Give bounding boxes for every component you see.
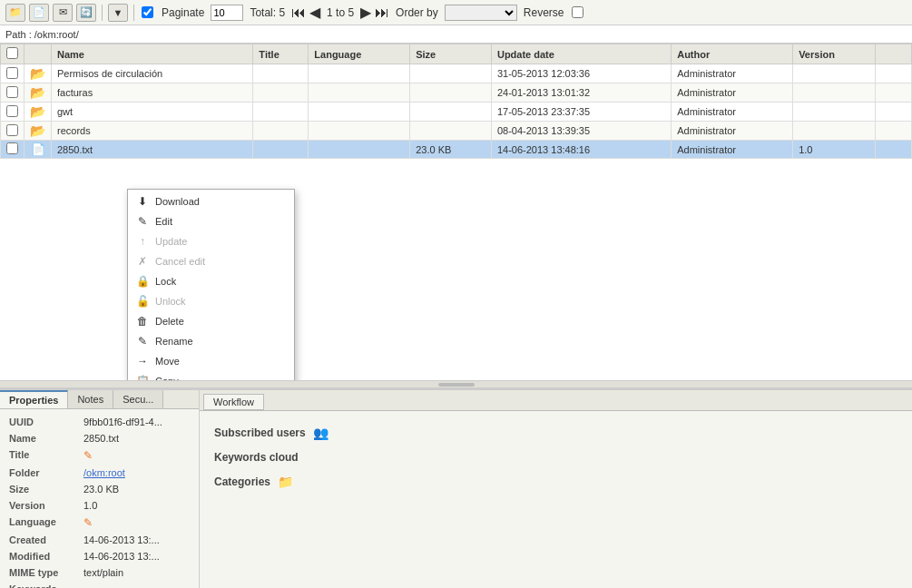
- keywords-cloud-row: Keywords cloud: [214, 446, 897, 469]
- table-row[interactable]: 📂 gwt 17-05-2013 23:37:35 Administrator: [1, 103, 912, 122]
- folder-icon: 📂: [30, 123, 45, 138]
- next-last-button[interactable]: ⏭: [375, 5, 389, 21]
- row-version: [793, 83, 876, 103]
- author-header[interactable]: Author: [672, 44, 793, 64]
- row-checkbox[interactable]: [6, 105, 18, 117]
- ctx-label-edit: Edit: [155, 216, 172, 227]
- paginate-input[interactable]: [211, 5, 243, 21]
- row-checkbox[interactable]: [6, 124, 18, 136]
- row-checkbox-cell[interactable]: [1, 122, 25, 141]
- folder-value: /okm:root: [82, 466, 191, 480]
- ctx-item-copy[interactable]: 📋 Copy: [128, 371, 294, 381]
- folder-link[interactable]: /okm:root: [83, 467, 125, 478]
- table-row[interactable]: 📂 facturas 24-01-2013 13:01:32 Administr…: [1, 83, 912, 103]
- title-edit-icon[interactable]: ✎: [83, 449, 93, 462]
- subscribed-users-icon[interactable]: 👥: [313, 426, 329, 440]
- row-checkbox-cell[interactable]: [1, 83, 25, 103]
- ctx-icon-unlock: 🔓: [135, 294, 150, 309]
- main-area: Name Title Language Size Update date Aut…: [0, 44, 912, 588]
- version-header[interactable]: Version: [793, 44, 876, 64]
- properties-tab-bar: Properties Notes Secu...: [0, 390, 199, 409]
- folder-icon: 📂: [30, 85, 45, 100]
- update-date-header[interactable]: Update date: [491, 44, 671, 64]
- language-edit-icon[interactable]: ✎: [83, 516, 93, 529]
- select-all-checkbox[interactable]: [6, 47, 18, 59]
- row-checkbox[interactable]: [6, 86, 18, 98]
- ctx-item-rename[interactable]: ✎ Rename: [128, 331, 294, 351]
- table-row[interactable]: 📄 2850.txt 23.0 KB 14-06-2013 13:48:16 A…: [1, 141, 912, 159]
- toolbar: 📁 📄 ✉ 🔄 ▼ Paginate Total: 5 ⏮ ◀ 1 to 5 ▶…: [0, 0, 912, 25]
- row-name[interactable]: facturas: [52, 83, 253, 103]
- created-label: Created: [7, 533, 80, 547]
- row-checkbox[interactable]: [6, 142, 18, 154]
- toolbar-separator: [102, 5, 103, 21]
- ctx-icon-move: →: [135, 354, 150, 368]
- scroll-handle[interactable]: [438, 383, 475, 387]
- tab-workflow[interactable]: Workflow: [203, 394, 264, 410]
- row-actions: [876, 64, 912, 83]
- type-header[interactable]: [25, 44, 52, 64]
- row-title: [253, 64, 309, 83]
- row-title: [253, 83, 309, 103]
- size-value: 23.0 KB: [82, 482, 191, 496]
- ctx-icon-update: ↑: [135, 234, 150, 249]
- tab-notes[interactable]: Notes: [68, 390, 113, 408]
- ctx-item-move[interactable]: → Move: [128, 351, 294, 371]
- row-update-date: 31-05-2013 12:03:36: [491, 64, 671, 83]
- tab-properties[interactable]: Properties: [0, 390, 68, 408]
- row-icon-cell: 📂: [25, 103, 52, 122]
- name-header[interactable]: Name: [52, 44, 253, 64]
- ctx-item-edit[interactable]: ✎ Edit: [128, 211, 294, 231]
- file-table-area[interactable]: Name Title Language Size Update date Aut…: [0, 44, 912, 381]
- keywords-label: Keywords: [7, 582, 80, 588]
- row-checkbox-cell[interactable]: [1, 141, 25, 159]
- categories-row: Categories 📁: [214, 469, 897, 495]
- file-table: Name Title Language Size Update date Aut…: [0, 44, 912, 159]
- ctx-label-rename: Rename: [155, 336, 193, 347]
- ctx-item-download[interactable]: ⬇ Download: [128, 191, 294, 211]
- prev-button[interactable]: ◀: [309, 4, 320, 21]
- row-title: [253, 122, 309, 141]
- table-row[interactable]: 📂 records 08-04-2013 13:39:35 Administra…: [1, 122, 912, 141]
- ctx-item-lock[interactable]: 🔒 Lock: [128, 271, 294, 291]
- right-panel: Workflow Subscribed users 👥 Keywords clo…: [200, 390, 912, 588]
- reverse-checkbox[interactable]: [572, 6, 583, 18]
- range-label: 1 to 5: [327, 6, 354, 19]
- title-label: Title: [7, 447, 80, 464]
- table-row[interactable]: 📂 Permisos de circulación 31-05-2013 12:…: [1, 64, 912, 83]
- row-version: [793, 103, 876, 122]
- row-name[interactable]: 2850.txt: [52, 141, 253, 159]
- paginate-checkbox[interactable]: [142, 6, 153, 18]
- upload-button[interactable]: 📄: [29, 4, 49, 22]
- row-update-date: 14-06-2013 13:48:16: [491, 141, 671, 159]
- row-name[interactable]: gwt: [52, 103, 253, 122]
- language-header[interactable]: Language: [309, 44, 410, 64]
- filter-button[interactable]: ▼: [108, 4, 128, 22]
- row-name[interactable]: records: [52, 122, 253, 141]
- folder-icon: 📂: [30, 104, 45, 119]
- categories-icon[interactable]: 📁: [278, 475, 293, 489]
- refresh-button[interactable]: 🔄: [76, 4, 96, 22]
- size-header[interactable]: Size: [410, 44, 492, 64]
- row-language: [309, 122, 410, 141]
- ctx-item-delete[interactable]: 🗑 Delete: [128, 311, 294, 331]
- reverse-label: Reverse: [524, 6, 564, 19]
- row-size: [410, 83, 492, 103]
- row-checkbox[interactable]: [6, 67, 18, 79]
- mail-button[interactable]: ✉: [53, 4, 73, 22]
- new-folder-button[interactable]: 📁: [5, 4, 25, 22]
- select-all-header[interactable]: [1, 44, 25, 64]
- file-icon: 📄: [31, 142, 45, 156]
- subscribed-users-row: Subscribed users 👥: [214, 420, 897, 446]
- prev-first-button[interactable]: ⏮: [291, 5, 306, 21]
- prop-uuid: UUID 9fbb01f6-df91-4...: [7, 415, 191, 429]
- title-header[interactable]: Title: [253, 44, 309, 64]
- folder-label: Folder: [7, 466, 80, 480]
- orderby-select[interactable]: [445, 5, 517, 21]
- tab-security[interactable]: Secu...: [113, 390, 163, 408]
- ctx-icon-lock: 🔒: [135, 274, 150, 289]
- row-name[interactable]: Permisos de circulación: [52, 64, 253, 83]
- row-checkbox-cell[interactable]: [1, 64, 25, 83]
- next-button[interactable]: ▶: [360, 4, 371, 21]
- row-checkbox-cell[interactable]: [1, 103, 25, 122]
